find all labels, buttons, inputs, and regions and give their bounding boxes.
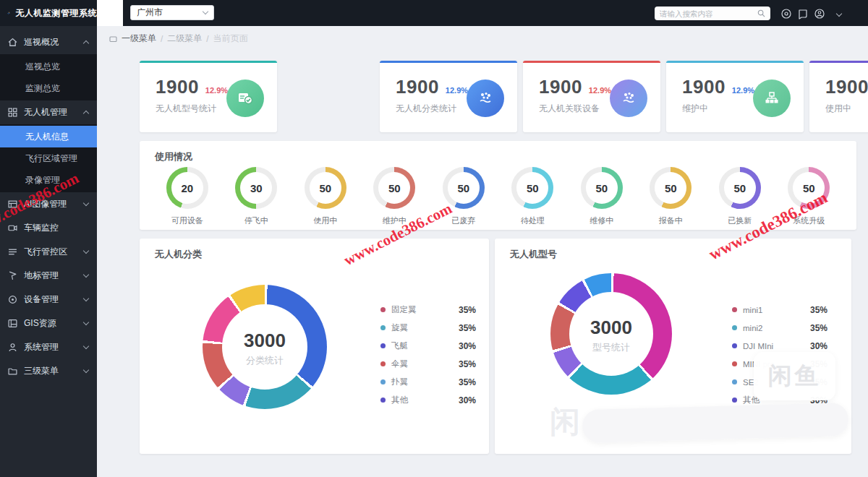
stat-label: 使用中 — [825, 103, 868, 115]
sidebar-item-system-manage[interactable]: 系统管理 — [0, 335, 97, 359]
legend-label: 飞艇 — [391, 340, 408, 351]
message-icon[interactable] — [796, 7, 809, 20]
chevron-down-icon — [83, 248, 89, 254]
sidebar-subitem-patrol-total[interactable]: 巡视总览 — [0, 56, 97, 77]
gauge-label: 待处理 — [521, 215, 545, 226]
gauge-maintaining[interactable]: 50维护中 — [362, 167, 426, 226]
sidebar-item-level3-menu[interactable]: 三级菜单 — [0, 359, 97, 383]
breadcrumb: 一级菜单 / 二级菜单 / 当前页面 — [109, 33, 248, 45]
legend-item[interactable]: SE235% — [732, 373, 827, 391]
city-select-value: 广州市 — [137, 7, 163, 19]
sidebar-subitem-monitor-total[interactable]: 监测总览 — [0, 77, 97, 99]
sidebar-item-landmark-manage[interactable]: 地标管理 — [0, 264, 97, 288]
sidebar-item-ai-image[interactable]: AI图像管理 — [0, 192, 97, 216]
city-select[interactable]: 广州市 — [130, 5, 214, 20]
chevron-down-icon — [83, 296, 89, 301]
legend-item[interactable]: 其他30% — [380, 391, 476, 409]
sidebar-item-gis-resource[interactable]: GIS资源 — [0, 311, 97, 335]
sidebar-item-label: GIS资源 — [24, 317, 56, 330]
legend-label: 固定翼 — [391, 304, 417, 315]
stat-value: 1900 — [825, 76, 868, 98]
sidebar-subitem-video-manage[interactable]: 录像管理 — [0, 169, 97, 191]
user-menu-chevron-icon[interactable] — [829, 9, 841, 21]
drone-model-chart-card: 无人机型号 3000 型号统计 mini135%mini235%DJI MIni… — [495, 239, 851, 454]
legend-value: 35% — [459, 305, 476, 315]
legend-value: 35% — [810, 305, 827, 315]
legend-item[interactable]: 固定翼35% — [380, 301, 476, 319]
stat-card-linked-devices[interactable]: 190012.9% 无人机关联设备 — [523, 61, 660, 132]
legend-item[interactable]: 扑翼35% — [380, 373, 476, 391]
stat-card-in-use[interactable]: 190012.9% 使用中 — [809, 61, 868, 132]
stat-delta: 12.9% — [205, 86, 228, 95]
gauge-renewed[interactable]: 50已换新 — [708, 167, 772, 226]
gauge-reporting[interactable]: 50报备中 — [639, 167, 702, 226]
collapse-menu-button[interactable] — [97, 0, 123, 26]
legend-label: MINI pro — [743, 360, 775, 369]
model-legend: mini135%mini235%DJI MIni30%MINI pro35%SE… — [732, 301, 827, 409]
gauge-system-upgrade[interactable]: 50系统升级 — [777, 167, 841, 226]
gauge-scrapped[interactable]: 50已废弃 — [432, 167, 495, 226]
donut-center-label: 分类统计 — [203, 354, 327, 367]
sidebar-item-patrol-overview[interactable]: 巡视概况 — [0, 30, 97, 54]
legend-item[interactable]: mini135% — [732, 301, 827, 319]
sidebar-item-label: 地标管理 — [24, 270, 59, 282]
user-icon — [8, 343, 17, 352]
sidebar: 巡视概况 巡视总览 监测总览 无人机管理 无人机信息 飞行区域管理 录像管理 A… — [0, 26, 97, 477]
sidebar-subitem-flight-area[interactable]: 飞行区域管理 — [0, 147, 97, 169]
fullscreen-icon[interactable] — [780, 7, 792, 20]
sidebar-item-label: 飞行管控区 — [24, 246, 67, 258]
search-input[interactable] — [660, 9, 757, 18]
sidebar-item-vehicle-monitor[interactable]: 车辆监控 — [0, 216, 97, 240]
gauge-available[interactable]: 20可用设备 — [156, 167, 219, 226]
dots-cluster-icon — [467, 80, 504, 117]
stat-card-category-count[interactable]: 190012.9% 无人机分类统计 — [380, 61, 517, 132]
gauge-grounded[interactable]: 30停飞中 — [224, 167, 288, 226]
stat-card-maintenance[interactable]: 190012.9% 维护中 — [666, 61, 804, 132]
legend-label: DJI MIni — [743, 342, 773, 351]
legend-dot — [380, 398, 386, 403]
gauge-value: 50 — [443, 167, 485, 209]
legend-dot — [732, 398, 737, 403]
card-accent-bar — [140, 61, 277, 63]
gauge-value: 50 — [305, 167, 346, 209]
gauge-label: 系统升级 — [793, 215, 825, 226]
gauge-label: 维护中 — [383, 215, 407, 226]
chevron-down-icon — [83, 319, 89, 325]
legend-item[interactable]: 飞艇30% — [380, 337, 476, 355]
search-box[interactable] — [655, 7, 770, 20]
legend-value: 35% — [810, 377, 827, 387]
search-icon — [757, 9, 765, 17]
legend-item[interactable]: 其他30% — [732, 391, 827, 409]
legend-item[interactable]: DJI MIni30% — [732, 337, 827, 355]
breadcrumb-level2[interactable]: 二级菜单 — [167, 33, 202, 45]
gauge-label: 已换新 — [728, 215, 752, 226]
sidebar-item-drone-manage[interactable]: 无人机管理 — [0, 100, 97, 124]
legend-item[interactable]: 旋翼35% — [380, 319, 476, 337]
stat-delta: 12.9% — [589, 86, 611, 95]
gauge-repairing[interactable]: 50维修中 — [570, 167, 634, 226]
doc-check-icon — [226, 80, 264, 117]
breadcrumb-separator: / — [206, 34, 208, 44]
gauge-value: 50 — [511, 167, 553, 209]
legend-item[interactable]: 伞翼35% — [380, 355, 476, 373]
card-accent-bar — [809, 61, 868, 63]
breadcrumb-level1[interactable]: 一级菜单 — [122, 33, 156, 45]
breadcrumb-current: 当前页面 — [213, 33, 248, 45]
sidebar-subitem-drone-info[interactable]: 无人机信息 — [0, 126, 97, 147]
gauge-pending[interactable]: 50待处理 — [501, 167, 564, 226]
gauge-label: 报备中 — [659, 215, 683, 226]
grid-icon — [8, 108, 17, 117]
usage-panel: 使用情况 20可用设备 30停飞中 50使用中 50维护中 50已废弃 50待处… — [140, 141, 856, 230]
chart-title: 无人机型号 — [510, 248, 557, 261]
legend-item[interactable]: mini235% — [732, 319, 827, 337]
gauge-in-use[interactable]: 50使用中 — [294, 167, 357, 226]
user-avatar-icon[interactable] — [813, 7, 825, 20]
stat-value: 1900 — [539, 76, 582, 98]
drone-logo-icon — [7, 6, 11, 20]
sidebar-item-flight-control-zone[interactable]: 飞行管控区 — [0, 240, 97, 264]
sidebar-item-device-manage[interactable]: 设备管理 — [0, 288, 97, 311]
legend-dot — [732, 307, 737, 312]
legend-value: 30% — [459, 395, 476, 405]
legend-item[interactable]: MINI pro35% — [732, 355, 827, 373]
stat-card-model-count[interactable]: 190012.9% 无人机型号统计 — [140, 61, 277, 132]
